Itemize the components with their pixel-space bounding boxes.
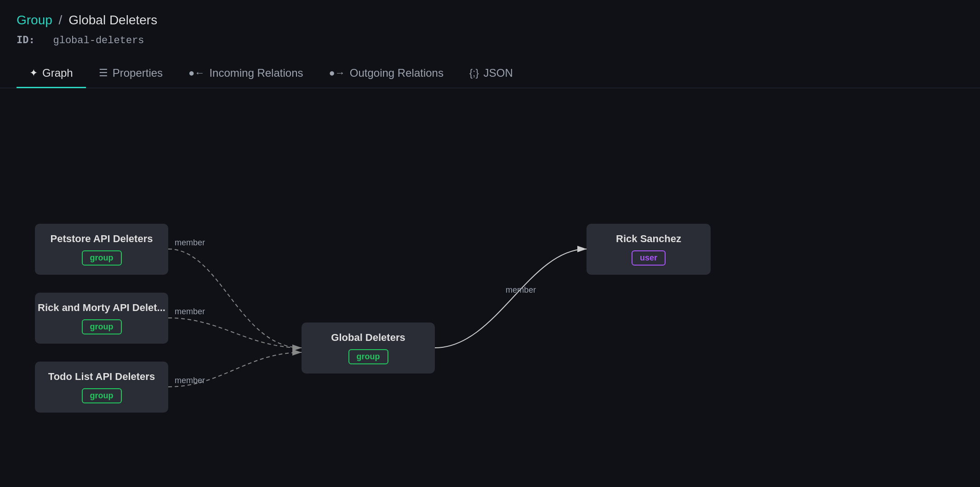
tab-outgoing[interactable]: ●→ Outgoing Relations [316,59,456,88]
node-global-title: Global Deleters [331,332,405,344]
node-petstore[interactable]: Petstore API Deleters group [35,224,168,275]
node-petstore-title: Petstore API Deleters [51,233,153,245]
edge-label-todolist: member [175,376,205,385]
node-global[interactable]: Global Deleters group [302,323,435,374]
tab-properties[interactable]: ☰ Properties [86,59,176,88]
header: Group / Global Deleters ID: global-delet… [0,0,980,46]
tab-properties-label: Properties [113,67,163,79]
node-petstore-badge: group [82,250,122,266]
outgoing-icon: ●→ [329,67,345,79]
tab-incoming-label: Incoming Relations [209,67,303,79]
breadcrumb-group-link[interactable]: Group [17,13,52,27]
breadcrumb-current: Global Deleters [68,13,157,27]
tab-json[interactable]: {;} JSON [456,59,526,88]
node-rick-title: Rick Sanchez [616,233,681,245]
incoming-icon: ●← [188,67,205,79]
edge-rickmorty-global [168,318,302,348]
tab-graph[interactable]: ✦ Graph [17,59,86,88]
properties-icon: ☰ [99,67,108,79]
tab-incoming[interactable]: ●← Incoming Relations [176,59,316,88]
breadcrumb-separator: / [59,13,63,27]
graph-edges-svg: member member member member [0,88,980,487]
node-todolist[interactable]: Todo List API Deleters group [35,362,168,413]
tab-outgoing-label: Outgoing Relations [350,67,444,79]
node-todolist-badge: group [82,388,122,403]
id-label: ID: [17,34,35,45]
node-rickmorty-badge: group [82,319,122,334]
tab-graph-label: Graph [42,67,73,79]
node-rickmorty[interactable]: Rick and Morty API Delet... group [35,293,168,344]
node-todolist-title: Todo List API Deleters [48,371,155,383]
node-global-badge: group [348,349,388,364]
json-icon: {;} [469,67,479,79]
tab-bar: ✦ Graph ☰ Properties ●← Incoming Relatio… [0,59,980,88]
id-value: global-deleters [53,35,144,46]
edge-label-rickmorty: member [175,307,205,316]
edge-petstore-global [168,249,302,348]
node-rick-badge: user [632,250,666,266]
graph-area: member member member member Petstore API… [0,88,980,487]
graph-icon: ✦ [29,67,38,79]
id-line: ID: global-deleters [17,34,963,46]
tab-json-label: JSON [484,67,513,79]
node-rick[interactable]: Rick Sanchez user [587,224,711,275]
node-rickmorty-title: Rick and Morty API Delet... [38,302,165,314]
edge-label-global: member [506,285,536,294]
breadcrumb: Group / Global Deleters [17,13,963,28]
edge-label-petstore: member [175,238,205,247]
edge-global-rick [435,249,587,348]
